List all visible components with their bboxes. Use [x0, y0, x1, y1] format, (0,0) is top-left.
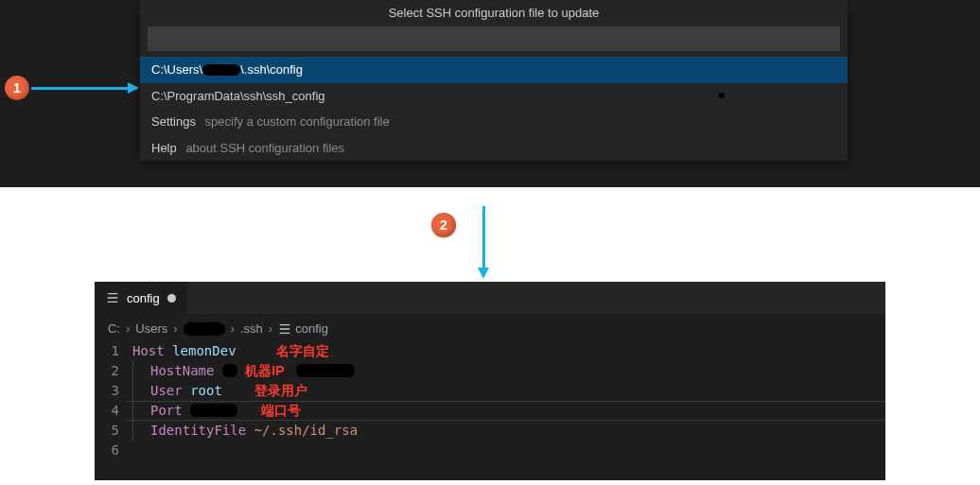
arrow-2-line: [482, 206, 485, 268]
annotation: 名字自定: [276, 343, 329, 358]
keyword: User: [150, 383, 183, 398]
editor-panel: config C: › Users › › .ssh › config 1 2 …: [95, 282, 885, 480]
code-line: Host lemonDev 名字自定: [132, 341, 885, 361]
picker-item-programdata-config[interactable]: C:\ProgramData\ssh\ssh_config: [140, 83, 848, 110]
code-area[interactable]: 1 2 3 4 5 6 Host lemonDev 名字自定 HostName …: [95, 341, 885, 460]
tab-label: config: [127, 291, 160, 305]
redacted-username: [184, 322, 225, 336]
crumb-config: config: [295, 321, 328, 336]
line-number: 4: [95, 401, 119, 421]
gutter: 1 2 3 4 5 6: [95, 341, 132, 460]
picker-item-text: C:\ProgramData\ssh\ssh_config: [151, 89, 325, 103]
step-badge-1: 1: [5, 76, 29, 100]
chevron-right-icon: ›: [229, 321, 236, 336]
editor-tab-config[interactable]: config: [95, 282, 187, 314]
identifier: root: [190, 383, 222, 398]
code-line: [132, 441, 885, 460]
redacted-value: [296, 364, 355, 377]
code-line: HostName 机器IP: [132, 361, 885, 381]
line-number: 2: [95, 361, 119, 381]
code-line: IdentityFile ~/.ssh/id_rsa: [132, 421, 885, 441]
keyword: IdentityFile: [150, 423, 246, 438]
crumb-users: Users: [135, 321, 167, 336]
modified-dot-icon: [167, 294, 176, 303]
picker-item-text-post: \.ssh\config: [240, 62, 303, 77]
indent-guide: [132, 361, 133, 381]
file-icon: [278, 322, 291, 336]
chevron-right-icon: ›: [267, 321, 274, 336]
redacted-value: [190, 404, 237, 417]
crumb-c: C:: [108, 321, 120, 336]
picker-item-desc: about SSH configuration files: [185, 141, 344, 155]
keyword: Port: [150, 403, 183, 418]
redacted-value: [222, 364, 237, 377]
indent-guide: [132, 381, 133, 401]
file-icon: [106, 291, 119, 304]
picker-title: Select SSH configuration file to update: [140, 0, 848, 26]
chevron-right-icon: ›: [124, 321, 131, 336]
code-line: Port 端口号: [132, 401, 885, 421]
picker-item-text: Settings: [151, 114, 196, 129]
ssh-config-picker: Select SSH configuration file to update …: [140, 0, 848, 161]
space: [230, 383, 246, 398]
line-number: 6: [95, 441, 119, 460]
step-badge-2: 2: [431, 213, 456, 237]
code-line: User root 登录用户: [132, 381, 885, 401]
picker-input[interactable]: [148, 26, 840, 51]
path-value: ~/.ssh/id_rsa: [254, 423, 359, 438]
indent-guide: [132, 401, 133, 421]
picker-item-text: Help: [151, 141, 177, 155]
space: [244, 343, 268, 358]
dot-icon: [719, 93, 725, 98]
picker-item-user-config[interactable]: C:\Users\\.ssh\config: [140, 57, 848, 83]
line-number: 3: [95, 381, 119, 401]
breadcrumb[interactable]: C: › Users › › .ssh › config: [95, 314, 885, 341]
keyword: HostName: [150, 363, 214, 378]
crumb-ssh: .ssh: [240, 321, 263, 336]
redacted-username: [202, 64, 240, 76]
line-number: 5: [95, 421, 119, 441]
annotation: 端口号: [261, 403, 301, 418]
code-lines: Host lemonDev 名字自定 HostName 机器IP User ro…: [132, 341, 885, 460]
picker-item-text-pre: C:\Users\: [151, 62, 202, 77]
arrow-1-line: [31, 87, 128, 90]
picker-list: C:\Users\\.ssh\config C:\ProgramData\ssh…: [140, 57, 848, 161]
picker-item-settings[interactable]: Settings specify a custom configuration …: [140, 109, 848, 135]
keyword: Host: [132, 343, 165, 358]
tab-bar: config: [95, 282, 885, 314]
top-panel: Select SSH configuration file to update …: [0, 0, 980, 187]
identifier: lemonDev: [172, 343, 236, 358]
space: [246, 403, 254, 418]
line-number: 1: [95, 341, 119, 361]
annotation: 机器IP: [245, 363, 284, 378]
annotation: 登录用户: [254, 383, 307, 398]
chevron-right-icon: ›: [171, 321, 179, 336]
picker-item-help[interactable]: Help about SSH configuration files: [140, 135, 848, 162]
picker-item-desc: specify a custom configuration file: [205, 114, 390, 129]
arrow-1-head: [128, 82, 139, 94]
indent-guide: [132, 421, 133, 441]
arrow-2-head: [478, 268, 489, 279]
